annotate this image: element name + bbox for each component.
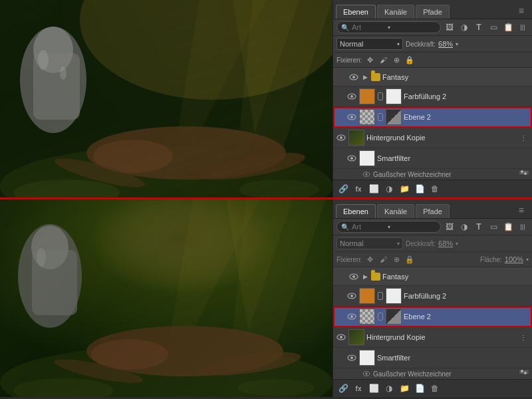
fix-move-icon-bottom[interactable]: ✥ xyxy=(364,254,375,265)
link-icon-bottom-bottom[interactable]: 🔗 xyxy=(336,382,350,395)
tab-ebenen-top[interactable]: Ebenen xyxy=(336,5,376,19)
group-arrow-fantasy-top[interactable]: ▶ xyxy=(361,73,369,81)
panel-tabs-top: Ebenen Kanäle Pfade ≡ xyxy=(333,0,532,19)
smart-icon-bottom[interactable]: 📋 xyxy=(502,221,514,233)
effect-gauss-top[interactable]: Gaußscher Weichzeichner xyxy=(333,169,532,180)
panel-bottom-bar-bottom: 🔗 fx ⬜ ◑ 📁 📄 🗑 xyxy=(333,379,532,397)
thumb-farbfullung-bottom xyxy=(359,288,375,304)
adjust-icon-bottom-bottom[interactable]: ◑ xyxy=(382,382,396,395)
adjust-icon-bottom-top[interactable]: ◑ xyxy=(382,182,396,196)
thumb-farbfullung-top xyxy=(359,88,375,104)
fix-lock-icon-bottom[interactable]: 🔒 xyxy=(404,254,415,265)
layers-panel-bottom: Ebenen Kanäle Pfade ≡ 🔍 ▾ 🖼 ◑ T ▭ 📋 ||| … xyxy=(332,200,532,397)
gauss-options-bottom[interactable] xyxy=(519,370,529,378)
panel-menu-top[interactable]: ≡ xyxy=(513,3,529,19)
fix-brush-icon-bottom[interactable]: 🖌 xyxy=(378,254,388,265)
smart-icon-top[interactable]: 📋 xyxy=(502,21,514,33)
eye-smartfilter-bottom[interactable] xyxy=(346,352,357,363)
canvas-bottom[interactable] xyxy=(0,200,332,397)
create-layer-icon-top[interactable]: 🖼 xyxy=(444,21,456,33)
canvas-top[interactable] xyxy=(0,0,332,198)
tab-kanale-top[interactable]: Kanäle xyxy=(377,5,414,19)
opacity-dropdown-bottom[interactable]: ▾ xyxy=(456,241,458,247)
eye-filter-gauss-top[interactable] xyxy=(362,171,370,178)
eye-fantasy-top[interactable] xyxy=(348,72,359,82)
eye-farbfullung-bottom[interactable] xyxy=(346,291,357,301)
delete-icon-bottom-bottom[interactable]: 🗑 xyxy=(428,382,442,395)
tab-pfade-top[interactable]: Pfade xyxy=(416,5,450,19)
layer-hintergrund-bottom[interactable]: Hintergrund Kopie ⋮ xyxy=(333,327,532,348)
fx-icon-bottom-top[interactable]: fx xyxy=(352,182,365,196)
layer-hintergrund-top[interactable]: Hintergrund Kopie ⋮ xyxy=(333,128,532,148)
search-input-top[interactable] xyxy=(352,23,385,31)
hintergrund-options-bottom[interactable]: ⋮ xyxy=(517,331,529,343)
link-farbfullung-top xyxy=(377,88,384,104)
eye-smartfilter-top[interactable] xyxy=(346,153,357,164)
tab-kanale-bottom[interactable]: Kanäle xyxy=(377,204,414,218)
opacity-value-bottom[interactable]: 68% xyxy=(438,239,453,247)
newlayer-icon-bottom-bottom[interactable]: 📄 xyxy=(413,382,426,395)
fix-pos-icon-top[interactable]: ⊕ xyxy=(391,55,402,65)
search-dropdown-bottom[interactable]: ▾ xyxy=(388,224,390,230)
panel-menu-bottom[interactable]: ≡ xyxy=(513,202,529,218)
folder-icon-bottom-top[interactable]: 📁 xyxy=(398,182,411,196)
create-layer-icon-bottom[interactable]: 🖼 xyxy=(444,221,456,233)
search-box-bottom[interactable]: 🔍 ▾ xyxy=(336,221,441,233)
hintergrund-options-top[interactable]: ⋮ xyxy=(517,132,529,144)
filter-icon-top[interactable]: ||| xyxy=(517,21,529,33)
tab-pfade-bottom[interactable]: Pfade xyxy=(416,204,450,218)
text-icon-bottom[interactable]: T xyxy=(473,221,485,233)
eye-hintergrund-bottom[interactable] xyxy=(336,332,346,342)
eye-ebene2-top[interactable] xyxy=(346,112,357,122)
delete-icon-bottom-top[interactable]: 🗑 xyxy=(428,182,442,196)
adjust-icon-top[interactable]: ◑ xyxy=(458,21,470,33)
effect-gauss-bottom[interactable]: Gaußscher Weichzeichner xyxy=(333,368,532,379)
thumb-ebene2-top xyxy=(359,109,375,125)
opacity-dropdown-top[interactable]: ▾ xyxy=(456,41,458,47)
blend-mode-select-bottom[interactable]: Normal ▾ xyxy=(336,237,403,249)
mask-icon-bottom-bottom[interactable]: ⬜ xyxy=(367,382,380,395)
eye-farbfullung-top[interactable] xyxy=(346,91,357,102)
shape-icon-top[interactable]: ▭ xyxy=(487,21,499,33)
layer-name-smartfilter-bottom: Smartfilter xyxy=(377,354,529,362)
layer-fantasy-top[interactable]: ▶ Fantasy xyxy=(333,68,532,86)
gauss-options-top[interactable] xyxy=(519,170,529,178)
layer-smartfilter-top[interactable]: Smartfilter xyxy=(333,148,532,169)
layer-ebene2-top[interactable]: Ebene 2 xyxy=(333,107,532,128)
flache-value-bottom[interactable]: 100% xyxy=(505,255,523,263)
eye-filter-gauss-bottom[interactable] xyxy=(362,370,370,378)
layer-ebene2-bottom[interactable]: Ebene 2 xyxy=(333,307,532,327)
mask-ebene2-top xyxy=(386,109,402,125)
folder-icon-bottom-bottom[interactable]: 📁 xyxy=(398,382,411,395)
scene-svg-bottom xyxy=(0,200,332,397)
mask-icon-bottom-top[interactable]: ⬜ xyxy=(367,182,380,196)
folder-icon-fantasy-bottom xyxy=(371,273,380,281)
link-icon-bottom-top[interactable]: 🔗 xyxy=(336,182,350,196)
layer-smartfilter-bottom[interactable]: Smartfilter xyxy=(333,348,532,368)
blend-mode-select-top[interactable]: Normal ▾ xyxy=(336,38,403,50)
search-dropdown-top[interactable]: ▾ xyxy=(388,25,390,31)
eye-hintergrund-top[interactable] xyxy=(336,132,346,143)
eye-fantasy-bottom[interactable] xyxy=(348,271,359,282)
layer-fantasy-bottom[interactable]: ▶ Fantasy xyxy=(333,267,532,286)
fx-icon-bottom-bottom[interactable]: fx xyxy=(352,382,365,395)
filter-icon-bottom[interactable]: ||| xyxy=(517,221,529,233)
adjust-icon-bottom-tb[interactable]: ◑ xyxy=(458,221,470,233)
fix-pos-icon-bottom[interactable]: ⊕ xyxy=(391,254,402,265)
search-input-bottom[interactable] xyxy=(352,223,385,231)
newlayer-icon-bottom-top[interactable]: 📄 xyxy=(413,182,426,196)
group-arrow-fantasy-bottom[interactable]: ▶ xyxy=(361,273,369,281)
shape-icon-bottom[interactable]: ▭ xyxy=(487,221,499,233)
eye-ebene2-bottom[interactable] xyxy=(346,311,357,322)
fix-move-icon-top[interactable]: ✥ xyxy=(364,55,375,65)
layer-farbfullung-top[interactable]: Farbfüllung 2 xyxy=(333,86,532,107)
opacity-value-top[interactable]: 68% xyxy=(438,40,453,48)
tab-ebenen-bottom[interactable]: Ebenen xyxy=(336,204,376,218)
layer-name-fantasy-bottom: Fantasy xyxy=(382,273,529,281)
search-box-top[interactable]: 🔍 ▾ xyxy=(336,21,441,33)
fix-brush-icon-top[interactable]: 🖌 xyxy=(378,55,388,65)
layer-farbfullung-bottom[interactable]: Farbfüllung 2 xyxy=(333,286,532,307)
flache-chevron-bottom[interactable]: ▾ xyxy=(526,257,529,263)
fix-lock-icon-top[interactable]: 🔒 xyxy=(404,55,415,65)
text-icon-top[interactable]: T xyxy=(473,21,485,33)
